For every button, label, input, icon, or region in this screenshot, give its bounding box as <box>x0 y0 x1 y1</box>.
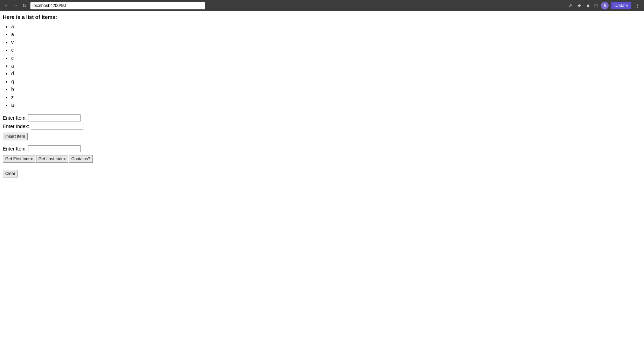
insert-form: Enter Item: Enter Index: Insert Item <box>3 114 641 140</box>
avatar[interactable]: A <box>601 2 609 9</box>
list-item: a <box>11 62 641 70</box>
browser-toolbar: ← → ↻ ↗ ★ ■ □ A Update ⋮ <box>0 0 644 11</box>
index-label: Enter Index: <box>3 124 29 129</box>
list-item: q <box>11 78 641 85</box>
index-input-row: Enter Index: <box>3 123 641 130</box>
search-item-input[interactable] <box>28 145 81 152</box>
list-item: b <box>11 85 641 93</box>
list-item: d <box>11 70 641 77</box>
browser-actions: ↗ ★ ■ □ A Update ⋮ <box>567 2 641 9</box>
share-icon[interactable]: ↗ <box>567 2 574 9</box>
profile-icon[interactable]: □ <box>593 2 599 9</box>
insert-index-input[interactable] <box>31 123 83 130</box>
list-item: a <box>11 30 641 38</box>
back-button[interactable]: ← <box>3 2 10 9</box>
page-content: Here is a list of Items: aavccadqbza Ent… <box>0 11 644 180</box>
insert-item-input[interactable] <box>28 114 81 121</box>
list-item: c <box>11 54 641 62</box>
list-item: z <box>11 93 641 101</box>
bookmark-icon[interactable]: ★ <box>576 2 583 9</box>
contains-button[interactable]: Contains? <box>69 155 93 163</box>
address-bar[interactable] <box>30 2 205 9</box>
get-first-index-button[interactable]: Get First Index <box>3 155 35 163</box>
list-item: a <box>11 23 641 30</box>
list-item: c <box>11 46 641 54</box>
list-item: v <box>11 38 641 46</box>
reload-button[interactable]: ↻ <box>21 2 28 9</box>
page-title: Here is a list of Items: <box>3 14 641 20</box>
forward-button[interactable]: → <box>12 2 19 9</box>
item-input-row: Enter Item: <box>3 114 641 121</box>
items-list: aavccadqbza <box>3 23 641 109</box>
search-item-row: Enter Item: <box>3 145 641 152</box>
clear-button[interactable]: Clear <box>3 170 18 177</box>
update-button[interactable]: Update <box>611 2 631 9</box>
get-last-index-button[interactable]: Get Last Index <box>36 155 68 163</box>
extensions-icon[interactable]: ■ <box>585 2 591 9</box>
search-buttons-row: Get First Index Get Last Index Contains? <box>3 154 641 163</box>
insert-item-button[interactable]: Insert Item <box>3 133 28 140</box>
search-form: Enter Item: Get First Index Get Last Ind… <box>3 145 641 163</box>
search-item-label: Enter Item: <box>3 146 27 152</box>
clear-section: Clear <box>3 168 641 177</box>
list-item: a <box>11 101 641 109</box>
item-label: Enter Item: <box>3 115 27 121</box>
menu-icon[interactable]: ⋮ <box>633 2 641 9</box>
